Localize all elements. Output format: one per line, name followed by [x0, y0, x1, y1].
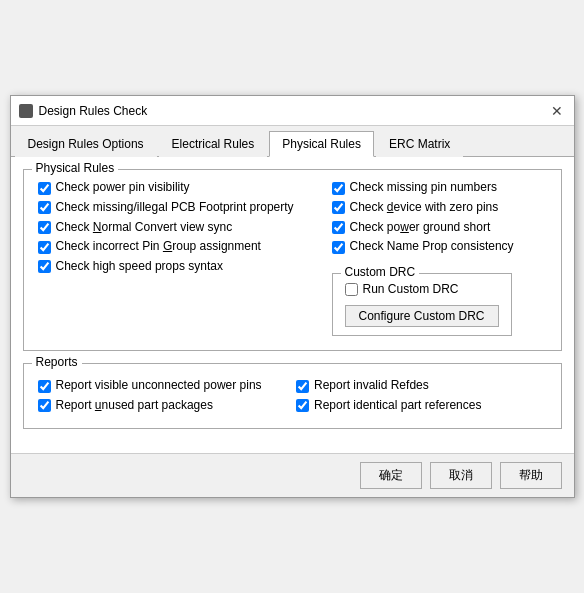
app-icon — [19, 104, 33, 118]
check-normal-convert-label[interactable]: Check Normal Convert view sync — [56, 220, 233, 236]
tab-electrical-rules[interactable]: Electrical Rules — [159, 131, 268, 157]
check-missing-footprint-checkbox[interactable] — [38, 201, 51, 214]
ok-button[interactable]: 确定 — [360, 462, 422, 489]
check-item-zero-pins: Check device with zero pins — [332, 200, 547, 216]
check-power-pin-label[interactable]: Check power pin visibility — [56, 180, 190, 196]
physical-rules-left: Check power pin visibility Check missing… — [38, 180, 322, 336]
check-item-normal-convert: Check Normal Convert view sync — [38, 220, 322, 236]
configure-custom-drc-button[interactable]: Configure Custom DRC — [345, 305, 499, 327]
titlebar-left: Design Rules Check — [19, 104, 148, 118]
check-item-power-ground: Check power ground short — [332, 220, 547, 236]
check-item-unused-packages: Report unused part packages — [38, 398, 289, 414]
physical-rules-inner: Check power pin visibility Check missing… — [38, 180, 547, 336]
cancel-button[interactable]: 取消 — [430, 462, 492, 489]
check-high-speed-checkbox[interactable] — [38, 260, 51, 273]
report-identical-refs-label[interactable]: Report identical part references — [314, 398, 481, 414]
check-missing-footprint-label[interactable]: Check missing/illegal PCB Footprint prop… — [56, 200, 294, 216]
check-item-run-custom-drc: Run Custom DRC — [345, 282, 499, 298]
custom-drc-group-label: Custom DRC — [341, 265, 420, 279]
physical-rules-right: Check missing pin numbers Check device w… — [332, 180, 547, 336]
tab-design-rules-options[interactable]: Design Rules Options — [15, 131, 157, 157]
physical-rules-group-label: Physical Rules — [32, 161, 119, 175]
check-item-visible-unconnected: Report visible unconnected power pins — [38, 378, 289, 394]
window-title: Design Rules Check — [39, 104, 148, 118]
reports-grid: Report visible unconnected power pins Re… — [38, 378, 547, 413]
main-window: Design Rules Check ✕ Design Rules Option… — [10, 95, 575, 497]
check-item-name-prop: Check Name Prop consistency — [332, 239, 547, 255]
check-zero-pins-label[interactable]: Check device with zero pins — [350, 200, 499, 216]
custom-drc-wrapper: Custom DRC Run Custom DRC Configure Cust… — [332, 265, 547, 337]
check-zero-pins-checkbox[interactable] — [332, 201, 345, 214]
tab-erc-matrix[interactable]: ERC Matrix — [376, 131, 463, 157]
titlebar: Design Rules Check ✕ — [11, 96, 574, 126]
check-pin-group-label[interactable]: Check incorrect Pin Group assignment — [56, 239, 261, 255]
close-button[interactable]: ✕ — [548, 102, 566, 120]
run-custom-drc-label[interactable]: Run Custom DRC — [363, 282, 459, 298]
check-pin-group-checkbox[interactable] — [38, 241, 51, 254]
reports-group-label: Reports — [32, 355, 82, 369]
check-item-pin-group: Check incorrect Pin Group assignment — [38, 239, 322, 255]
check-item-identical-refs: Report identical part references — [296, 398, 547, 414]
reports-group: Reports Report visible unconnected power… — [23, 363, 562, 428]
check-item-missing-footprint: Check missing/illegal PCB Footprint prop… — [38, 200, 322, 216]
report-visible-unconnected-checkbox[interactable] — [38, 380, 51, 393]
physical-rules-group: Physical Rules Check power pin visibilit… — [23, 169, 562, 351]
check-missing-pin-label[interactable]: Check missing pin numbers — [350, 180, 497, 196]
report-visible-unconnected-label[interactable]: Report visible unconnected power pins — [56, 378, 262, 394]
report-invalid-refdes-label[interactable]: Report invalid Refdes — [314, 378, 429, 394]
check-item-power-pin: Check power pin visibility — [38, 180, 322, 196]
tab-bar: Design Rules Options Electrical Rules Ph… — [11, 126, 574, 157]
report-unused-packages-label[interactable]: Report unused part packages — [56, 398, 213, 414]
check-item-invalid-refdes: Report invalid Refdes — [296, 378, 547, 394]
tab-physical-rules[interactable]: Physical Rules — [269, 131, 374, 157]
report-identical-refs-checkbox[interactable] — [296, 399, 309, 412]
check-name-prop-checkbox[interactable] — [332, 241, 345, 254]
check-missing-pin-checkbox[interactable] — [332, 182, 345, 195]
footer: 确定 取消 帮助 — [11, 453, 574, 497]
check-power-ground-label[interactable]: Check power ground short — [350, 220, 491, 236]
tab-content: Physical Rules Check power pin visibilit… — [11, 157, 574, 452]
check-normal-convert-checkbox[interactable] — [38, 221, 51, 234]
check-item-missing-pin: Check missing pin numbers — [332, 180, 547, 196]
report-unused-packages-checkbox[interactable] — [38, 399, 51, 412]
check-name-prop-label[interactable]: Check Name Prop consistency — [350, 239, 514, 255]
report-invalid-refdes-checkbox[interactable] — [296, 380, 309, 393]
run-custom-drc-checkbox[interactable] — [345, 283, 358, 296]
help-button[interactable]: 帮助 — [500, 462, 562, 489]
check-power-ground-checkbox[interactable] — [332, 221, 345, 234]
check-high-speed-label[interactable]: Check high speed props syntax — [56, 259, 223, 275]
check-power-pin-checkbox[interactable] — [38, 182, 51, 195]
check-item-high-speed: Check high speed props syntax — [38, 259, 322, 275]
custom-drc-group: Custom DRC Run Custom DRC Configure Cust… — [332, 273, 512, 337]
